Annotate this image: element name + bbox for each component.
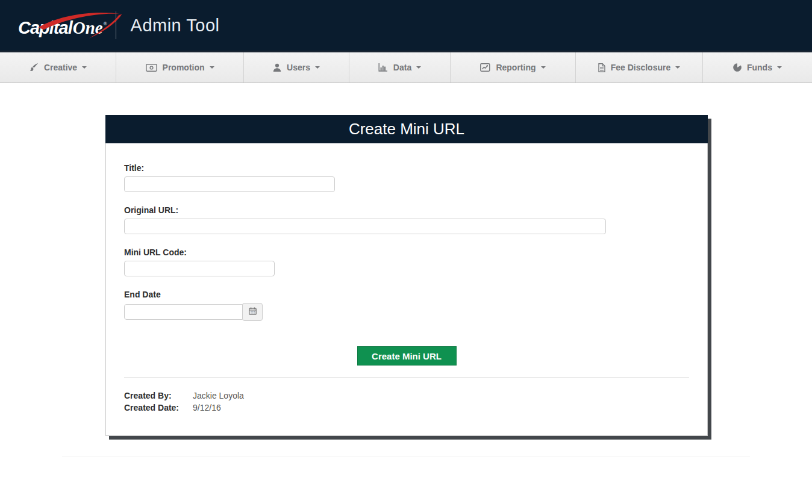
chevron-down-icon bbox=[82, 66, 87, 69]
capitalone-logo: CapitalOne® bbox=[18, 18, 107, 38]
app-title: Admin Tool bbox=[131, 16, 220, 36]
create-mini-url-button[interactable]: Create Mini URL bbox=[357, 346, 457, 366]
user-icon bbox=[273, 63, 281, 72]
created-date-value: 9/12/16 bbox=[193, 402, 221, 414]
paintbrush-icon bbox=[29, 63, 39, 72]
line-chart-icon bbox=[480, 63, 490, 72]
bar-chart-icon bbox=[378, 63, 388, 72]
original-url-input[interactable] bbox=[124, 219, 606, 234]
page-bottom-divider bbox=[62, 456, 750, 456]
create-mini-url-panel: Create Mini URL Title: Original URL: Min… bbox=[105, 115, 708, 436]
mini-url-code-field-group: Mini URL Code: bbox=[124, 247, 689, 276]
created-by-label: Created By: bbox=[124, 390, 193, 402]
chevron-down-icon bbox=[675, 66, 680, 69]
header-divider bbox=[116, 11, 116, 39]
nav-label-users: Users bbox=[287, 63, 310, 72]
datepicker-button[interactable] bbox=[242, 303, 263, 321]
nav-item-reporting[interactable]: Reporting bbox=[451, 52, 576, 82]
chevron-down-icon bbox=[541, 66, 546, 69]
end-date-input[interactable] bbox=[124, 304, 243, 320]
panel-divider bbox=[124, 377, 689, 378]
chevron-down-icon bbox=[777, 66, 782, 69]
brand-one: One bbox=[73, 18, 103, 38]
end-date-group bbox=[124, 303, 689, 321]
mini-url-code-label: Mini URL Code: bbox=[124, 247, 689, 258]
original-url-label: Original URL: bbox=[124, 205, 689, 216]
nav-label-creative: Creative bbox=[44, 63, 77, 72]
created-date-row: Created Date: 9/12/16 bbox=[124, 402, 689, 414]
nav-item-data[interactable]: Data bbox=[349, 52, 451, 82]
nav-label-funds: Funds bbox=[747, 63, 772, 72]
chevron-down-icon bbox=[210, 66, 214, 69]
nav-label-reporting: Reporting bbox=[496, 63, 536, 72]
banknote-icon bbox=[146, 64, 157, 72]
panel-body: Title: Original URL: Mini URL Code: End … bbox=[105, 143, 708, 436]
end-date-label: End Date bbox=[124, 290, 689, 300]
title-label: Title: bbox=[124, 163, 689, 173]
pie-chart-icon bbox=[733, 63, 742, 72]
nav-label-promotion: Promotion bbox=[163, 63, 205, 72]
nav-item-funds[interactable]: Funds bbox=[703, 52, 812, 82]
nav-item-creative[interactable]: Creative bbox=[0, 52, 116, 82]
nav-item-users[interactable]: Users bbox=[244, 52, 349, 82]
nav-label-data: Data bbox=[393, 63, 411, 72]
created-date-label: Created Date: bbox=[124, 402, 193, 414]
nav-item-promotion[interactable]: Promotion bbox=[116, 52, 244, 82]
end-date-field-group: End Date bbox=[124, 290, 689, 321]
brand-capital: Capital bbox=[18, 18, 72, 38]
nav-item-fee-disclosure[interactable]: Fee Disclosure bbox=[576, 52, 703, 82]
chevron-down-icon bbox=[416, 66, 421, 69]
panel-title: Create Mini URL bbox=[105, 115, 708, 143]
title-field-group: Title: bbox=[124, 163, 689, 192]
original-url-field-group: Original URL: bbox=[124, 205, 689, 234]
document-icon bbox=[598, 63, 605, 72]
registered-mark: ® bbox=[104, 21, 107, 26]
submit-row: Create Mini URL bbox=[124, 346, 689, 366]
main-nav: Creative Promotion Users bbox=[0, 51, 812, 83]
created-by-value: Jackie Loyola bbox=[193, 390, 244, 402]
calendar-icon bbox=[249, 307, 257, 317]
page-content: Create Mini URL Title: Original URL: Min… bbox=[0, 115, 812, 456]
mini-url-code-input[interactable] bbox=[124, 261, 275, 276]
chevron-down-icon bbox=[315, 66, 320, 69]
created-meta: Created By: Jackie Loyola Created Date: … bbox=[124, 390, 689, 414]
title-input[interactable] bbox=[124, 176, 335, 192]
app-header: CapitalOne® Admin Tool bbox=[0, 0, 812, 51]
created-by-row: Created By: Jackie Loyola bbox=[124, 390, 689, 402]
nav-label-fee-disclosure: Fee Disclosure bbox=[611, 63, 671, 72]
